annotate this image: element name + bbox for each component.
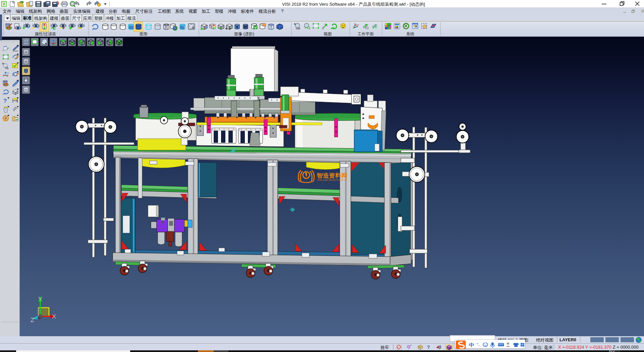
svg-text:智造资料网: 智造资料网 [316, 172, 348, 179]
svg-text:°,: °, [476, 342, 479, 347]
svg-text:INTELLIGENT MANUFACTURING DATA: INTELLIGENT MANUFACTURING DATA [317, 179, 348, 181]
svg-text:中: 中 [469, 342, 475, 347]
svg-text:?: ? [427, 345, 430, 350]
